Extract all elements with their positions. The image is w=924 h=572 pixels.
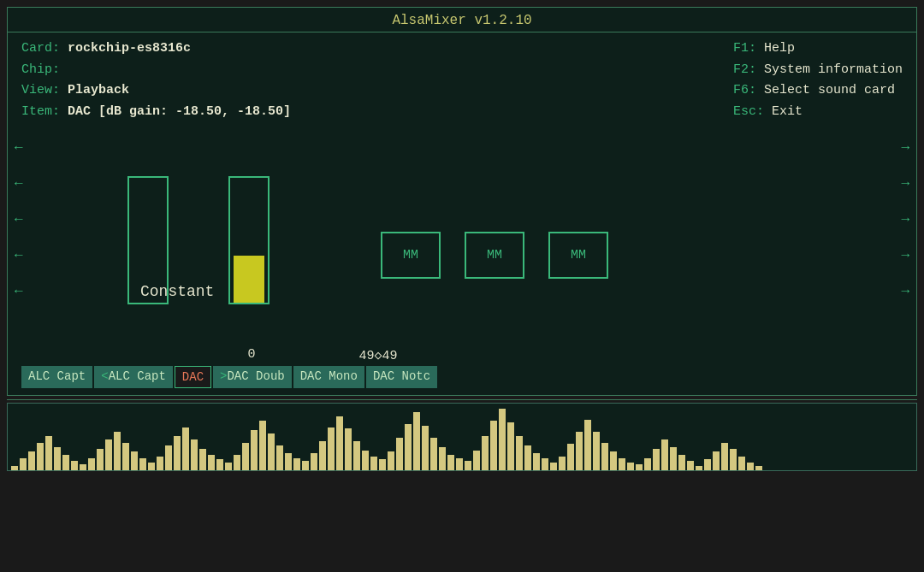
waveform-bar — [678, 455, 685, 470]
waveform-bar — [704, 459, 711, 470]
mm-button-2[interactable]: MM — [465, 232, 524, 279]
arrow-left-5[interactable]: ← — [15, 284, 23, 299]
item-label: Item: — [21, 104, 60, 119]
item-value: DAC [dB gain: -18.50, -18.50] — [68, 104, 291, 119]
waveform-bar — [131, 451, 138, 470]
waveform-bar — [388, 451, 394, 470]
waveform-bar — [242, 443, 249, 470]
waveform-bar — [670, 447, 677, 470]
waveform-bar — [208, 455, 215, 470]
tabs-row: ALC Capt <ALC Capt DAC >DAC Doub DAC Mon… — [21, 366, 903, 388]
waveform-bar — [20, 458, 27, 470]
waveform-bar — [285, 453, 292, 470]
waveform-bar — [37, 443, 44, 470]
arrow-left-3[interactable]: ← — [15, 212, 23, 227]
waveform-bar — [721, 443, 728, 470]
waveform-bar — [499, 409, 506, 470]
waveform-bar — [644, 458, 651, 470]
waveform-bar — [490, 421, 497, 470]
tab-alc-capt-2[interactable]: <ALC Capt — [94, 366, 173, 388]
f2-key: F2: — [733, 62, 756, 77]
fader1-value: 0 — [188, 347, 315, 363]
info-section: Card: rockchip-es8316c Chip: View: Playb… — [8, 32, 916, 125]
waveform-bar — [311, 453, 317, 470]
waveform-bar — [199, 449, 206, 470]
mm-button-3[interactable]: MM — [548, 232, 608, 279]
waveform-bar — [54, 447, 61, 470]
tab-dac-mono[interactable]: DAC Mono — [293, 366, 364, 388]
waveform-bar — [122, 443, 129, 470]
waveform-bar — [661, 439, 668, 470]
waveform-bar — [456, 458, 463, 470]
esc-key: Esc: — [733, 104, 764, 119]
waveform-bar — [730, 449, 737, 470]
arrow-right-3[interactable]: → — [901, 212, 909, 227]
view-value: Playback — [68, 83, 129, 97]
waveform-bar — [619, 458, 625, 470]
f2-row: F2: System information — [733, 61, 903, 80]
fader2-group — [228, 176, 270, 304]
fader2-fill — [234, 256, 264, 303]
waveform-bar — [422, 426, 429, 470]
fader2-track[interactable] — [228, 176, 270, 304]
arrow-left-2[interactable]: ← — [15, 176, 23, 192]
waveform-bar — [405, 424, 412, 470]
chip-label: Chip: — [21, 62, 60, 77]
waveform-bar — [336, 416, 343, 470]
chip-row: Chip: — [21, 61, 291, 80]
waveform-bar — [319, 441, 326, 470]
arrow-right-2[interactable]: → — [901, 176, 909, 192]
waveform-display — [7, 403, 917, 471]
waveform-bar — [738, 457, 745, 470]
card-label: Card: — [21, 41, 60, 56]
waveform-bar — [234, 455, 240, 470]
f2-action: System information — [764, 62, 903, 77]
waveform-bar — [11, 466, 18, 470]
f6-key: F6: — [733, 83, 756, 97]
waveform-bar — [524, 445, 531, 470]
tab-alc-capt-1[interactable]: ALC Capt — [21, 366, 92, 388]
esc-action: Exit — [772, 104, 803, 119]
waveform-bar — [413, 412, 420, 470]
arrow-right-5[interactable]: → — [901, 284, 909, 299]
waveform-bar — [713, 451, 720, 470]
waveform-bar — [328, 428, 335, 470]
waveform-bar — [225, 463, 232, 470]
f1-action: Help — [764, 41, 795, 56]
waveform-bar — [653, 449, 660, 470]
waveform-bar — [302, 461, 309, 470]
waveform-bar — [28, 451, 35, 470]
waveform-bar — [533, 453, 540, 470]
arrow-right-4[interactable]: → — [901, 248, 909, 263]
waveform-bar — [345, 428, 352, 470]
f1-key: F1: — [733, 41, 756, 56]
tab-dac[interactable]: DAC — [175, 366, 211, 388]
mm-button-1[interactable]: MM — [381, 232, 441, 279]
tab-dac-doub[interactable]: >DAC Doub — [213, 366, 292, 388]
item-row: Item: DAC [dB gain: -18.50, -18.50] — [21, 103, 291, 122]
waveform-bar — [97, 449, 104, 470]
f6-row: F6: Select sound card — [733, 81, 903, 101]
waveform-bar — [71, 461, 78, 470]
waveform-bar — [593, 432, 600, 470]
waveform-bar — [148, 463, 155, 470]
tab-dac-notc[interactable]: DAC Notc — [366, 366, 437, 388]
values-row: 0 49◇49 — [21, 347, 903, 363]
title-bar: AlsaMixer v1.2.10 — [8, 8, 916, 32]
waveform-bar — [268, 433, 275, 470]
card-value: rockchip-es8316c — [68, 41, 191, 56]
waveform-bar — [105, 439, 112, 470]
waveform-bar — [696, 466, 702, 470]
arrow-left-4[interactable]: ← — [15, 248, 23, 263]
waveform-bar — [507, 422, 514, 470]
waveform-bar — [362, 451, 369, 470]
waveform-bar — [465, 461, 471, 470]
waveform-bar — [601, 443, 608, 470]
alsamixer-window: AlsaMixer v1.2.10 Card: rockchip-es8316c… — [7, 7, 917, 396]
arrow-right-1[interactable]: → — [901, 140, 909, 156]
waveform-bar — [610, 451, 617, 470]
waveform-bar — [216, 459, 223, 470]
mixer-visual-area: ← ← ← ← ← → → → → → — [8, 125, 916, 347]
waveform-bar — [542, 458, 548, 470]
arrow-left-1[interactable]: ← — [15, 140, 23, 156]
